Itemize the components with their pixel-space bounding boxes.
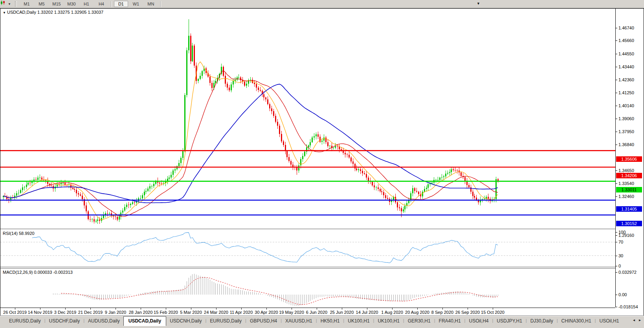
time-tick	[141, 308, 141, 310]
chart-tab-usoil-h1[interactable]: USOil,H1	[596, 317, 622, 325]
timeframe-toolbar: ▼ M1M5M15M30H1H4D1W1MN ▼	[0, 0, 644, 8]
price-tick	[616, 170, 617, 171]
chart-window[interactable]: ▼ USDCAD,Daily 1.33202 1.33275 1.32905 1…	[0, 8, 644, 316]
date-label: 28 Jan 2020	[129, 310, 153, 315]
timeframe-button-h4[interactable]: H4	[94, 1, 108, 7]
chart-tab-eurusd-daily[interactable]: EURUSD,Daily	[206, 317, 245, 325]
time-tick	[241, 308, 242, 310]
price-tick-label: 1.41250	[618, 90, 634, 95]
chart-type-dropdown-arrow[interactable]: ▼	[8, 2, 11, 6]
macd-label: MACD(12,26,9) 0.000033 -0.002313	[3, 270, 73, 275]
chart-tabs: EURUSD,Daily|USDCHF,Daily|AUDUSD,DailyUS…	[6, 317, 622, 326]
macd-tick-label: -0.018154	[618, 304, 638, 309]
date-label: 24 Mar 2020	[204, 310, 228, 315]
chart-tab-ger30-h1[interactable]: GER30,H1	[404, 317, 434, 325]
chart-menu-arrow[interactable]: ▼	[3, 11, 6, 15]
chart-tab-usdcnh-daily[interactable]: USDCNH,Daily	[166, 317, 205, 325]
time-tick	[392, 308, 393, 310]
date-label: 6 Jun 2020	[306, 310, 327, 315]
tab-scroll-buttons: ◂ ▸	[631, 317, 644, 322]
chart-tab-fra40-h1[interactable]: FRA40,H1	[435, 317, 464, 325]
macd-panel[interactable]: MACD(12,26,9) 0.000033 -0.002313	[0, 269, 615, 308]
price-tick	[616, 235, 617, 236]
price-tick	[616, 266, 617, 266]
chart-tab-hk50-h1[interactable]: HK50,H1	[317, 317, 343, 325]
time-tick	[442, 308, 443, 310]
chart-tab-gbpusd-h4[interactable]: GBPUSD,H4	[246, 317, 281, 325]
hline-price-label: 1.34206	[616, 173, 642, 178]
chart-tab-uk100-h1[interactable]: UK100,H1	[374, 317, 403, 325]
time-tick	[292, 308, 292, 310]
chart-tab-usdjpy-h1[interactable]: USDJPY,H1	[493, 317, 525, 325]
date-label: 15 Oct 2020	[481, 310, 505, 315]
chart-tab-xauusd-h1[interactable]: XAUUSD,H1	[282, 317, 316, 325]
price-tick	[616, 295, 617, 295]
chart-tab-eurusd-daily[interactable]: EURUSD,Daily	[6, 317, 44, 325]
time-tick	[40, 308, 40, 310]
time-axis[interactable]: 26 Oct 201914 Nov 20193 Dec 201921 Dec 2…	[0, 308, 615, 316]
candlestick-chart-canvas[interactable]	[0, 9, 615, 229]
date-label: 8 Sep 2020	[431, 310, 453, 315]
time-tick	[166, 308, 166, 310]
rsi-tick-label: 70	[618, 240, 623, 244]
chart-tab-usdchf-daily[interactable]: USDCHF,Daily	[46, 317, 84, 325]
price-tick-label: 1.34650	[618, 168, 634, 173]
timeframe-button-m30[interactable]: M30	[64, 1, 79, 7]
toolbar-overflow-icon[interactable]: ▼	[477, 2, 480, 5]
hline-price-label: 1.35606	[616, 156, 642, 162]
price-tick	[616, 196, 617, 197]
time-tick	[317, 308, 317, 310]
price-tick	[616, 80, 617, 80]
timeframe-button-m5[interactable]: M5	[35, 1, 49, 7]
price-tick	[616, 145, 617, 145]
timeframe-button-d1[interactable]: D1	[114, 1, 128, 7]
price-tick-label: 1.33540	[618, 181, 634, 186]
time-tick	[417, 308, 418, 310]
date-label: 11 Apr 2020	[230, 310, 253, 315]
time-tick	[342, 308, 342, 310]
date-label: 30 Apr 2020	[255, 310, 278, 315]
chart-tab-audusd-daily[interactable]: AUDUSD,Daily	[84, 317, 123, 325]
rsi-label: RSI(14) 58.9920	[3, 231, 35, 236]
date-label: 5 Mar 2020	[180, 310, 202, 315]
price-tick-label: 1.36840	[618, 142, 634, 147]
chart-tab-uk100-h1[interactable]: UK100,H1	[344, 317, 373, 325]
chart-tab-usdcad-daily[interactable]: USDCAD,Daily	[123, 316, 166, 326]
timeframe-button-m15[interactable]: M15	[50, 1, 64, 7]
symbol-period-label: USDCAD,Daily	[7, 10, 36, 15]
price-tick	[616, 183, 617, 184]
chart-type-icon[interactable]	[1, 1, 7, 7]
date-label: 14 Nov 2019	[28, 310, 52, 315]
price-tick-label: 1.40140	[618, 103, 634, 108]
timeframe-button-w1[interactable]: W1	[129, 1, 143, 7]
macd-canvas[interactable]	[0, 269, 615, 308]
time-tick	[15, 308, 15, 310]
price-tick	[616, 106, 617, 106]
price-tick	[616, 67, 617, 67]
time-tick	[216, 308, 217, 310]
timeframe-button-h1[interactable]: H1	[79, 1, 94, 7]
tab-scroll-right-icon[interactable]: ▸	[639, 318, 641, 322]
price-tick	[616, 40, 617, 41]
toolbar-separator	[160, 1, 161, 7]
price-scale[interactable]: 1.467401.456601.445501.434401.423601.412…	[615, 9, 644, 307]
rsi-canvas[interactable]	[0, 230, 615, 267]
chart-tab-bar: EURUSD,Daily|USDCHF,Daily|AUDUSD,DailyUS…	[0, 315, 644, 328]
candlestick-icon	[0, 0, 6, 5]
price-tick-label: 1.32460	[618, 194, 634, 199]
date-label: 1 Aug 2020	[381, 310, 403, 315]
time-tick	[116, 308, 116, 310]
price-tick-label: 1.44550	[618, 51, 634, 56]
price-panel[interactable]: ▼ USDCAD,Daily 1.33202 1.33275 1.32905 1…	[0, 9, 615, 229]
tab-scroll-left-icon[interactable]: ◂	[633, 318, 635, 322]
timeframe-button-mn[interactable]: MN	[144, 1, 158, 7]
toolbar-separator	[111, 1, 112, 7]
rsi-panel[interactable]: RSI(14) 58.9920	[0, 230, 615, 267]
chart-tab-usoil-h4[interactable]: USOil,H4	[465, 317, 492, 325]
timeframe-button-m1[interactable]: M1	[20, 1, 34, 7]
toolbar-drag-handle[interactable]	[15, 1, 17, 7]
timeframe-buttons: M1M5M15M30H1H4D1W1MN	[19, 1, 163, 7]
price-tick-label: 1.37950	[618, 129, 634, 134]
chart-tab-dj30-daily[interactable]: DJ30,Daily	[527, 317, 557, 325]
chart-tab-china300-h1[interactable]: CHINA300,H1	[558, 317, 595, 325]
